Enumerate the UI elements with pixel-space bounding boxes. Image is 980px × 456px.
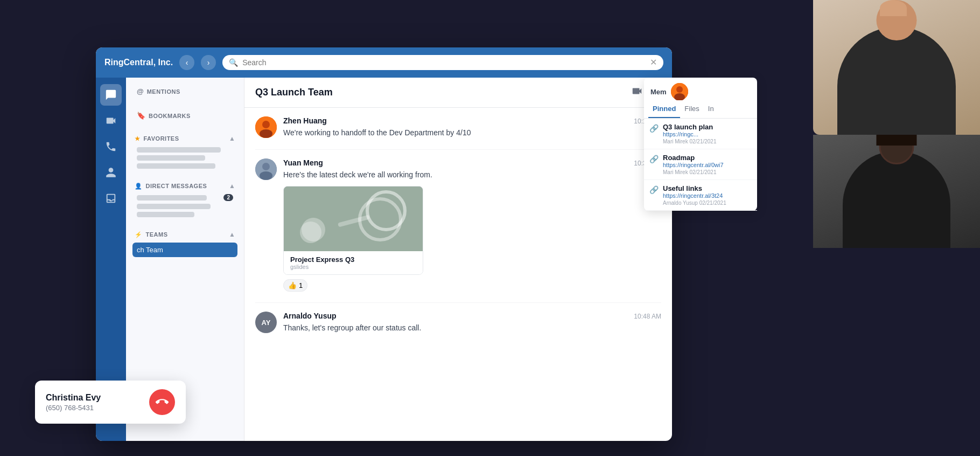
person-hair-bottom: [877, 135, 917, 146]
nav-video-icon[interactable]: [100, 110, 122, 132]
call-info: Christina Evy (650) 768-5431: [46, 393, 141, 412]
pin-icon-2: 🔗: [649, 155, 659, 163]
nav-contacts-icon[interactable]: [100, 162, 122, 183]
sidebar-section-favorites: ★ FAVORITES ▲: [126, 126, 244, 174]
sidebar-item-q3-launch[interactable]: ch Team: [132, 243, 237, 257]
pinned-link-1[interactable]: https://ringc...: [663, 131, 717, 137]
favorites-header: ★ FAVORITES ▲: [132, 133, 237, 144]
pinned-meta-3: Arnaldo Yusup 02/21/2021: [663, 200, 726, 206]
message-3: AY Arnaldo Yusup 10:48 AM Thanks, let's …: [255, 312, 661, 334]
pin-icon-3: 🔗: [649, 185, 659, 194]
avatar-zhen: [255, 116, 277, 138]
message-1: Zhen Huang 10:14 AM We're working to han…: [255, 116, 661, 139]
tab-integrations[interactable]: In: [704, 100, 718, 118]
dm-collapse[interactable]: ▲: [229, 182, 235, 190]
svg-point-2: [260, 129, 272, 138]
members-section-header: Mem: [644, 78, 757, 100]
pinned-list: 🔗 Q3 launch plan https://ringc... Mari M…: [644, 119, 757, 211]
pin-icon-1: 🔗: [649, 124, 659, 133]
attachment-image: [284, 186, 423, 251]
pinned-title-2: Roadmap: [663, 154, 724, 162]
video-thumbnail-top: [813, 0, 980, 135]
message-text-1: We're working to handoff to the Dev Depa…: [283, 127, 661, 139]
pinned-title-3: Useful links: [663, 184, 726, 192]
pinned-item-2: 🔗 Roadmap https://ringcentr.al/0wi7 Mari…: [644, 149, 757, 180]
panel-tabs: Pinned Files In: [644, 100, 757, 119]
tab-files[interactable]: Files: [680, 100, 703, 118]
message-author-1: Zhen Huang: [283, 116, 327, 125]
nav-phone-icon[interactable]: [100, 136, 122, 157]
members-label: Mem: [650, 88, 667, 96]
message-author-2: Yuan Meng: [283, 158, 323, 167]
reaction-emoji: 👍: [288, 281, 297, 289]
message-author-3: Arnaldo Yusup: [283, 312, 337, 320]
sidebar-item-mentions[interactable]: @ MENTIONS: [132, 84, 237, 99]
forward-button[interactable]: ›: [201, 55, 216, 70]
back-button[interactable]: ‹: [179, 55, 194, 70]
nav-inbox-icon[interactable]: [100, 188, 122, 209]
tab-pinned[interactable]: Pinned: [648, 100, 680, 118]
message-text-2: Here's the latest deck we're all working…: [283, 169, 661, 181]
caller-name: Christina Evy: [46, 393, 141, 403]
app-title: RingCentral, Inc.: [104, 58, 173, 67]
decline-call-button[interactable]: [149, 389, 175, 415]
message-2: Yuan Meng 10:32 AM Here's the latest dec…: [255, 158, 661, 292]
dm-item-1[interactable]: 2: [137, 194, 233, 201]
message-text-3: Thanks, let's regroup after our status c…: [283, 322, 661, 334]
fav-placeholder-2: [137, 155, 205, 161]
chat-area: Q3 Launch Team ⋮: [244, 78, 672, 441]
attachment-name: Project Express Q3: [290, 255, 416, 264]
pinned-meta-1: Mari Mirek 02/21/2021: [663, 139, 717, 144]
avatar-arnaldo: AY: [255, 312, 277, 333]
video-thumbnail-bottom: [813, 135, 980, 248]
svg-point-5: [260, 171, 272, 180]
dm-placeholder-3: [137, 212, 194, 217]
sidebar-section-dm: 👤 DIRECT MESSAGES ▲ 2: [126, 174, 244, 222]
pinned-link-2[interactable]: https://ringcentr.al/0wi7: [663, 162, 724, 168]
caller-phone: (650) 768-5431: [46, 404, 141, 412]
person-body-top: [837, 27, 956, 135]
pinned-meta-2: Mari Mirek 02/21/2021: [663, 169, 724, 175]
app-header: RingCentral, Inc. ‹ › 🔍 ✕: [96, 47, 672, 78]
sidebar-section-mentions: @ MENTIONS: [126, 78, 244, 102]
member-avatar-1: [671, 83, 688, 100]
search-input[interactable]: [242, 58, 646, 67]
chat-header: Q3 Launch Team ⋮: [244, 78, 672, 108]
search-icon: 🔍: [229, 58, 238, 67]
svg-point-1: [262, 121, 270, 128]
message-body-3: Arnaldo Yusup 10:48 AM Thanks, let's reg…: [283, 312, 661, 334]
right-panel: Mem Pinned Files In 🔗 Q3 launch plan htt…: [644, 78, 757, 211]
divider-1: [255, 149, 661, 150]
svg-point-4: [262, 163, 270, 170]
attachment-card[interactable]: Project Express Q3 gslides: [283, 186, 423, 275]
attachment-info: Project Express Q3 gslides: [284, 251, 423, 274]
search-clear-button[interactable]: ✕: [650, 58, 657, 67]
person-hair-top: [880, 0, 907, 16]
chat-messages: Zhen Huang 10:14 AM We're working to han…: [244, 108, 672, 441]
video-call-button[interactable]: [631, 85, 643, 100]
dm-header: 👤 DIRECT MESSAGES ▲: [132, 180, 237, 192]
sidebar-section-teams: ⚡ TEAMS ▲ ch Team: [126, 222, 244, 260]
divider-2: [255, 302, 661, 303]
call-notification: Christina Evy (650) 768-5431: [35, 381, 186, 424]
favorites-collapse[interactable]: ▲: [229, 135, 235, 142]
avatar-yuan: [255, 158, 277, 180]
dm-placeholder-2: [137, 204, 211, 209]
reaction-thumbsup[interactable]: 👍 1: [283, 279, 307, 292]
attachment-type: gslides: [290, 264, 416, 270]
teams-header: ⚡ TEAMS ▲: [132, 229, 237, 240]
pinned-item-1: 🔗 Q3 launch plan https://ringc... Mari M…: [644, 119, 757, 149]
pinned-item-3: 🔗 Useful links https://ringcentr.al/3t24…: [644, 180, 757, 211]
pinned-link-3[interactable]: https://ringcentr.al/3t24: [663, 192, 726, 199]
search-bar: 🔍 ✕: [222, 55, 663, 70]
nav-chat-icon[interactable]: [100, 84, 122, 106]
svg-point-8: [302, 218, 325, 241]
message-time-3: 10:48 AM: [634, 313, 661, 320]
teams-collapse[interactable]: ▲: [229, 231, 235, 238]
chat-title: Q3 Launch Team: [255, 87, 333, 98]
sidebar-item-bookmarks[interactable]: 🔖 BOOKMARKS: [132, 108, 237, 123]
reaction-count: 1: [299, 281, 303, 289]
message-body-2: Yuan Meng 10:32 AM Here's the latest dec…: [283, 158, 661, 292]
message-body-1: Zhen Huang 10:14 AM We're working to han…: [283, 116, 661, 139]
fav-placeholder-3: [137, 163, 215, 169]
